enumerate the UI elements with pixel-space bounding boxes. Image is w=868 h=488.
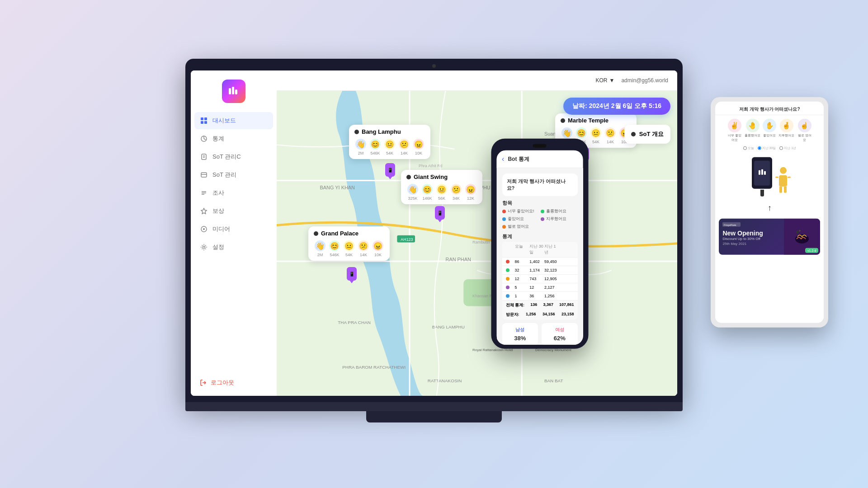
- mobile-stats-table: 오늘 지난 30일 지난 1년 86 1,402 59,450: [502, 242, 577, 319]
- option-1: 너무 좋았어요!: [502, 208, 539, 214]
- emoji-item: 👋 2M: [354, 138, 367, 155]
- svg-text:PHRA BAROM RATCHATHEWI: PHRA BAROM RATCHATHEWI: [342, 365, 406, 370]
- tablet-emoji-label-1: 너무 좋았어요: [726, 133, 742, 142]
- total-today: 136: [530, 302, 537, 308]
- tablet-emoji-row: ✌️ 너무 좋았어요 🤚 훌륭했어요 ✋ 좋았어요 🤞 지루했어요 ☝️: [715, 115, 824, 146]
- sidebar-nav: 대시보드 통계: [191, 112, 277, 374]
- person-figure: [779, 167, 787, 187]
- up-arrow: ↑: [715, 203, 824, 213]
- tablet-ad-subtitle: Discount Up to 30% Off: [722, 237, 780, 241]
- sot-device-illustration: [752, 157, 772, 197]
- svg-rect-0: [229, 88, 231, 94]
- svg-text:AH123: AH123: [401, 237, 413, 242]
- svg-point-56: [795, 235, 809, 244]
- male-pct: 38%: [505, 335, 534, 342]
- svg-text:FingeRate: FingeRate: [724, 224, 736, 226]
- emoji-item: 😠 10K: [412, 138, 425, 155]
- sidebar-item-sot[interactable]: SoT 관리: [194, 166, 273, 183]
- items-section-title: 항목: [502, 200, 577, 206]
- tablet-emoji-label-3: 좋았어요: [763, 133, 776, 138]
- tablet-ad-title: New Opening: [722, 230, 780, 237]
- tablet-emoji-label-2: 훌륭했어요: [745, 133, 760, 138]
- tablet-frame: 저희 개막 행사가 어떠셨나요? ✌️ 너무 좋았어요 🤚 훌륭했어요 ✋ 좋았…: [711, 97, 828, 328]
- stat-col-30d: 지난 30일: [529, 244, 544, 255]
- tablet-ad-text: FingeRate New Opening Discount Up to 30%…: [719, 219, 784, 255]
- logout-button[interactable]: 로그아웃: [200, 379, 268, 387]
- total-row: 전체 통계: 136 3,367 107,861: [502, 300, 577, 310]
- sidebar-item-survey-label: 조사: [212, 189, 224, 197]
- emoji-item: 😊 546K: [328, 239, 341, 257]
- option-3-label: 좋았어요: [507, 216, 524, 222]
- stats-icon: [200, 135, 208, 143]
- language-selector[interactable]: KOR ▼: [596, 77, 615, 84]
- stats-row-5: 1 36 1,256: [502, 292, 577, 300]
- user-email: admin@gg56.world: [621, 77, 668, 84]
- marker-emojis-bang-lamphu: 👋 2M 😊 546K 😐 54K: [354, 138, 425, 155]
- mobile-frame: ‹ Bot 통계 저희 개막 행사가 어떠셨나요? 항목 너무 좋았어요! 훌륭…: [491, 139, 588, 349]
- sidebar-item-settings[interactable]: 설정: [194, 239, 273, 256]
- marker-name-marble-temple: Marble Temple: [568, 117, 609, 124]
- svg-point-19: [203, 246, 205, 249]
- svg-rect-3: [201, 117, 203, 120]
- tablet-ad-section: FingeRate New Opening Discount Up to 30%…: [715, 215, 824, 258]
- emoji-item: 😠 10K: [372, 239, 384, 257]
- tablet-ad-date: 25th May 2021: [722, 242, 780, 246]
- svg-rect-1: [232, 87, 234, 94]
- svg-text:BANG YI KHAN: BANG YI KHAN: [320, 185, 355, 190]
- language-label: KOR: [596, 77, 608, 84]
- sidebar-item-survey[interactable]: 조사: [194, 184, 273, 202]
- sidebar-item-sot-label: SoT 관리: [212, 171, 236, 179]
- emoji-item: 😕 14K: [357, 239, 370, 257]
- logout-label: 로그아웃: [211, 379, 234, 387]
- stat-col-today: 오늘: [514, 244, 529, 255]
- mobile-content: 저희 개막 행사가 어떠셨나요? 항목 너무 좋았어요! 훌륭했어요 좋았어요: [496, 168, 583, 345]
- date-badge: 날짜: 2024년 2월 6일 오후 5:16: [563, 98, 670, 115]
- option-1-label: 너무 좋았어요!: [507, 208, 534, 214]
- marker-name-grand-palace: Grand Palace: [321, 230, 359, 237]
- svg-text:Phra Athit Rd: Phra Athit Rd: [419, 164, 443, 168]
- emoji-item: 😐 54K: [343, 239, 355, 257]
- marker-name-giant-swing: Giant Swing: [414, 174, 448, 180]
- stats-row-2: 32 1,174 32,123: [502, 266, 577, 275]
- phone-pin-bang-lamphu: 📱: [385, 163, 395, 177]
- marker-bang-lamphu[interactable]: Bang Lamphu 👋 2M 😊 546K: [349, 125, 430, 159]
- svg-rect-4: [204, 117, 207, 120]
- marker-title-bang-lamphu: Bang Lamphu: [354, 128, 425, 135]
- mobile-phone-wrapper: ‹ Bot 통계 저희 개막 행사가 어떠셨나요? 항목 너무 좋았어요! 훌륭…: [455, 143, 552, 353]
- logout-icon: [200, 379, 207, 386]
- marker-name-bang-lamphu: Bang Lamphu: [362, 128, 401, 135]
- marker-grand-palace[interactable]: Grand Palace 👋 2M 😊 546K: [308, 226, 390, 261]
- tablet-emoji-item-2: 🤚 훌륭했어요: [745, 119, 760, 142]
- dashboard-icon: [200, 117, 208, 125]
- total-1y: 107,861: [559, 302, 574, 308]
- phone-pin-icon-grand: 📱: [347, 267, 357, 281]
- option-2: 훌륭했어요: [541, 208, 578, 214]
- visitors-today: 1,256: [526, 312, 536, 318]
- sidebar-item-stats[interactable]: 통계: [194, 130, 273, 147]
- mobile-camera: [533, 144, 547, 148]
- emoji-item: 😕 14K: [398, 138, 410, 155]
- mobile-back-button[interactable]: ‹: [502, 155, 504, 163]
- visitors-30d: 34,156: [542, 312, 555, 318]
- tablet-ad-brand: FingeRate: [722, 222, 780, 228]
- phone-pin-grand-palace: 📱: [347, 267, 357, 281]
- gender-section: 남성 38% 여성 62%: [502, 323, 577, 345]
- language-arrow: ▼: [609, 77, 615, 84]
- sidebar-item-reward[interactable]: 보상: [194, 202, 273, 220]
- visitors-row: 방문자: 1,256 34,156 23,158: [502, 310, 577, 319]
- marker-title-marble-temple: Marble Temple: [561, 117, 631, 124]
- sidebar-item-sot-c[interactable]: SoT 관리C: [194, 148, 273, 165]
- reward-icon: [200, 207, 208, 215]
- tablet-radio-row: 오늘 지난 30일 지난 1년: [715, 146, 824, 153]
- sidebar-item-media[interactable]: 미디어: [194, 221, 273, 238]
- sot-device-body: [752, 157, 772, 189]
- tablet-emoji-item-5: ☝️ 별로 였어요: [797, 119, 812, 142]
- stat-col-1y: 지난 1년: [544, 244, 559, 255]
- svg-rect-50: [759, 170, 760, 175]
- option-4: 지루했어요: [541, 216, 578, 222]
- stats-section-title: 통계: [502, 233, 577, 240]
- gender-female: 여성 62%: [542, 323, 578, 345]
- sidebar-item-dashboard[interactable]: 대시보드: [194, 112, 273, 129]
- settings-icon: [200, 243, 208, 251]
- mobile-screen: ‹ Bot 통계 저희 개막 행사가 어떠셨나요? 항목 너무 좋았어요! 훌륭…: [496, 150, 583, 345]
